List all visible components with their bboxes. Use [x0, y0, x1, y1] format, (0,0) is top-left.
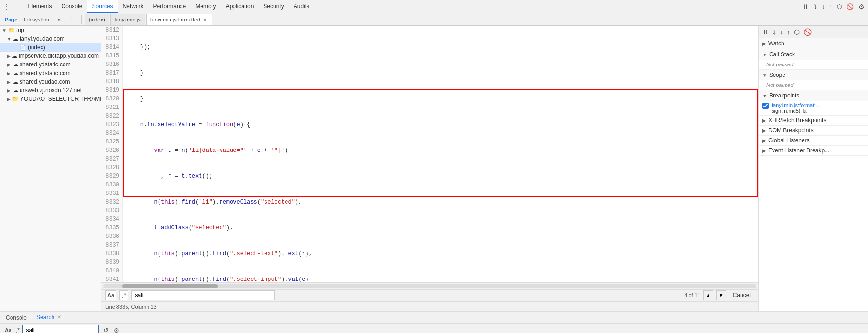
tab-bar: Page Filesystem » ⋮ (index) fanyi.min.js…: [0, 13, 868, 26]
scope-status: Not paused: [766, 82, 793, 88]
tree-arrow-top: ▼: [2, 28, 7, 33]
step-over-btn[interactable]: ⤵: [813, 3, 818, 10]
bottom-tab-search[interactable]: Search ✕: [32, 313, 66, 322]
cloud-icon-imp: ☁: [12, 53, 17, 59]
watch-section: ▶ Watch: [759, 38, 868, 49]
search-dot-label: .*: [15, 326, 20, 333]
breakpoints-header[interactable]: ▼ Breakpoints: [759, 90, 868, 101]
dock-btn[interactable]: □: [12, 3, 19, 11]
dom-arrow: ▶: [762, 128, 766, 133]
search-next-btn[interactable]: ▼: [716, 290, 726, 300]
right-nopause-btn[interactable]: 🚫: [802, 28, 813, 36]
nav-memory[interactable]: Memory: [191, 0, 221, 13]
sidebar-youdao-iframe[interactable]: ▶ 📁 YOUDAO_SELECTOR_IFRAME (ab...: [0, 95, 101, 103]
status-text: Line 8335, Column 13: [105, 304, 157, 310]
step-into-btn[interactable]: ↓: [820, 3, 826, 10]
settings-btn[interactable]: ⚙: [857, 3, 866, 11]
nav-security[interactable]: Security: [258, 0, 288, 13]
sidebar-tab-filesystem[interactable]: Filesystem: [21, 16, 52, 23]
code-content: }); } } n.fn.selectValue = function(e) {…: [123, 26, 758, 282]
tree-arrow-ursweb: ▶: [7, 88, 11, 93]
sidebar-tree-top[interactable]: ▼ 📁 top: [0, 26, 101, 34]
watch-header[interactable]: ▶ Watch: [759, 38, 868, 49]
editor-area: 8312 8313 8314 8315 8316 8317 8318 8319 …: [101, 26, 758, 311]
tab-fanyi-formatted[interactable]: fanyi.min.js:formatted ✕: [146, 14, 212, 25]
nav-performance[interactable]: Performance: [148, 0, 191, 13]
xhr-section[interactable]: ▶ XHR/fetch Breakpoints: [759, 116, 868, 126]
nav-sources[interactable]: Sources: [87, 0, 118, 13]
callstack-header[interactable]: ▼ Call Stack: [759, 49, 868, 60]
right-step-over-btn[interactable]: ⤵: [771, 28, 777, 36]
pause-btn[interactable]: ⏸: [801, 3, 811, 11]
tree-arrow-iframe: ▶: [7, 97, 11, 102]
sidebar-shared-yd2[interactable]: ▶ ☁ shared.ydstatic.com: [0, 69, 101, 77]
bp1-text: fanyi.min.js:formatt... sign: n.md5("fa: [772, 102, 820, 114]
bp1-checkbox[interactable]: [762, 103, 769, 109]
line-numbers: 8312 8313 8314 8315 8316 8317 8318 8319 …: [101, 26, 123, 282]
main-layout: ▼ 📁 top ▼ ☁ fanyi.youdao.com 📄 (index) ▶…: [0, 26, 868, 311]
bottom-tab-console[interactable]: Console: [2, 313, 31, 322]
sidebar-fanyi-youdao[interactable]: ▼ ☁ fanyi.youdao.com: [0, 34, 101, 43]
sidebar-menu-btn[interactable]: ⋮: [65, 14, 78, 25]
callstack-section: ▼ Call Stack Not paused: [759, 49, 868, 70]
tab-close-icon[interactable]: ✕: [202, 17, 208, 22]
search-clear-btn[interactable]: ⊗: [112, 326, 121, 333]
cloud-icon-youdao: ☁: [13, 79, 18, 85]
deactivate-bp-btn[interactable]: ⬡: [836, 3, 843, 10]
search-bottom-area: Aa .* ↺ ⊗ fanyi.min.js — shared.ydstatic…: [0, 323, 868, 333]
search-bottom-toolbar: Aa .* ↺ ⊗: [0, 324, 868, 333]
search-dot-btn[interactable]: .*: [119, 290, 128, 300]
right-deactivate-btn[interactable]: ⬡: [793, 28, 801, 36]
code-line-8319: t.addClass("selected"),: [127, 224, 754, 232]
dom-section[interactable]: ▶ DOM Breakpoints: [759, 126, 868, 136]
nav-application[interactable]: Application: [221, 0, 259, 13]
devtools-icon-btn[interactable]: ⋮: [2, 3, 11, 11]
tab-index[interactable]: (index): [85, 14, 109, 25]
tab-fanyi-min[interactable]: fanyi.min.js: [110, 14, 145, 25]
right-step-into-btn[interactable]: ↓: [778, 28, 784, 36]
sidebar-tab-page[interactable]: Page: [2, 16, 20, 23]
tree-arrow-yd1: ▶: [7, 62, 11, 67]
sidebar-ursweb[interactable]: ▶ ☁ ursweb.zj.nosdn.127.net: [0, 86, 101, 95]
right-pause-btn[interactable]: ⏸: [761, 28, 770, 36]
code-line-8314: }: [127, 95, 754, 103]
search-tab-close-icon[interactable]: ✕: [56, 314, 62, 320]
nav-console[interactable]: Console: [57, 0, 87, 13]
xhr-arrow: ▶: [762, 118, 766, 123]
right-step-out-btn[interactable]: ↑: [785, 28, 792, 36]
step-out-btn[interactable]: ↑: [828, 3, 834, 10]
h-scrollbar[interactable]: [101, 282, 758, 289]
editor-search-bar: Aa .* 4 of 11 ▲ ▼ Cancel: [101, 289, 758, 301]
sidebar-impservice[interactable]: ▶ ☁ impservice.dictapp.youdao.com: [0, 52, 101, 60]
callstack-label: Call Stack: [769, 51, 795, 58]
scope-header[interactable]: ▼ Scope: [759, 70, 868, 80]
h-scroll-track: [103, 284, 756, 288]
search-aa-label: Aa: [4, 327, 12, 333]
sidebar-more-btn[interactable]: »: [54, 14, 64, 25]
global-section[interactable]: ▶ Global Listeners: [759, 136, 868, 146]
nav-network[interactable]: Network: [118, 0, 148, 13]
search-refresh-btn[interactable]: ↺: [102, 326, 110, 333]
dont-pause-btn[interactable]: 🚫: [845, 3, 855, 10]
global-label: Global Listeners: [768, 137, 810, 144]
event-section[interactable]: ▶ Event Listener Breakp...: [759, 146, 868, 156]
watch-arrow: ▶: [762, 41, 766, 46]
h-scroll-thumb[interactable]: [122, 284, 218, 288]
search-prev-btn[interactable]: ▲: [703, 290, 713, 300]
event-arrow: ▶: [762, 148, 766, 153]
search-cancel-btn[interactable]: Cancel: [729, 291, 754, 300]
search-bottom-input[interactable]: [22, 325, 99, 333]
nav-audits[interactable]: Audits: [289, 0, 314, 13]
sidebar-yd2-label: shared.ydstatic.com: [20, 70, 71, 76]
sidebar-index[interactable]: 📄 (index): [0, 43, 101, 52]
search-input[interactable]: [131, 290, 275, 300]
sidebar-shared-youdao[interactable]: ▶ ☁ shared.youdao.com: [0, 77, 101, 86]
nav-elements[interactable]: Elements: [23, 0, 56, 13]
breakpoints-arrow: ▼: [762, 93, 767, 98]
sidebar-shared-yd1[interactable]: ▶ ☁ shared.ydstatic.com: [0, 60, 101, 69]
callstack-status: Not paused: [766, 62, 793, 67]
search-aa-btn[interactable]: Aa: [105, 290, 116, 300]
code-container[interactable]: 8312 8313 8314 8315 8316 8317 8318 8319 …: [101, 26, 758, 282]
sidebar-iframe-label: YOUDAO_SELECTOR_IFRAME (ab...: [20, 96, 101, 102]
callstack-arrow: ▼: [762, 52, 767, 57]
